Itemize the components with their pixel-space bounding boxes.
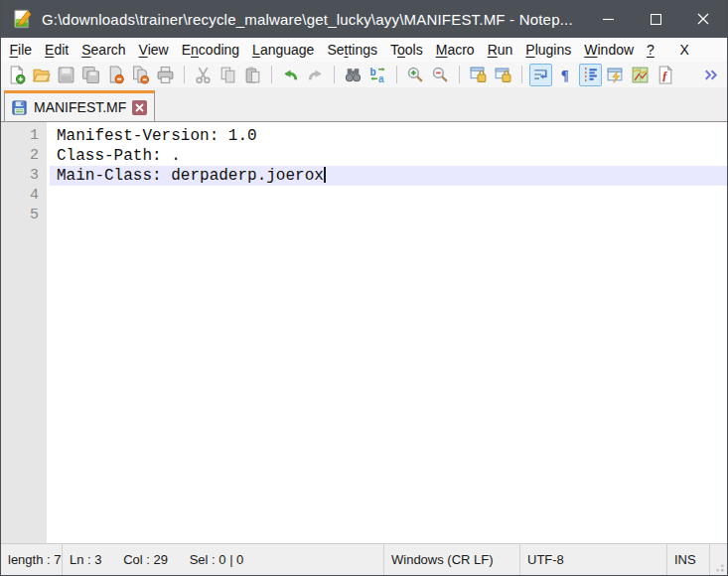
word-wrap-icon [531, 66, 550, 84]
code-line-1[interactable]: Manifest-Version: 1.0 [50, 126, 727, 146]
line-number: 5 [1, 206, 47, 225]
toolbar-separator [184, 66, 185, 83]
copy-button[interactable] [217, 64, 239, 86]
close-file-icon [106, 66, 125, 84]
line-number: 4 [1, 186, 47, 206]
status-insert-mode[interactable]: INS [667, 544, 710, 575]
document-map-icon [631, 66, 650, 84]
menubar-close-button[interactable]: X [673, 40, 694, 60]
status-cursor-position: Ln : 3 Col : 29 Sel : 0 | 0 [63, 544, 384, 575]
word-wrap-button[interactable] [529, 64, 552, 86]
tab-close-icon [135, 103, 144, 112]
text-caret [324, 167, 326, 183]
close-all-icon [131, 66, 150, 84]
menu-item-edit[interactable]: Edit [39, 40, 75, 60]
open-file-icon [32, 66, 51, 84]
close-file-button[interactable] [104, 64, 127, 86]
menu-item-tools[interactable]: Tools [384, 40, 430, 60]
save-button[interactable] [55, 64, 77, 86]
status-doc-length: length : 7 [1, 544, 63, 575]
window-title: G:\downloads\trainer\recycle_malware\get… [42, 11, 573, 28]
line-number: 2 [1, 146, 47, 166]
notepadpp-logo-icon [11, 8, 33, 30]
menu-item-view[interactable]: View [132, 40, 175, 60]
menu-item-search[interactable]: Search [75, 40, 132, 60]
find-icon [344, 66, 363, 84]
redo-button[interactable] [304, 64, 327, 86]
toolbar: ba¶ƒ [1, 62, 727, 87]
notepadpp-window: G:\downloads\trainer\recycle_malware\get… [0, 0, 728, 576]
save-all-button[interactable] [79, 64, 102, 86]
toolbar-separator [396, 66, 397, 83]
cut-icon [194, 66, 213, 84]
menu-item-help[interactable]: ? [641, 40, 661, 60]
close-all-button[interactable] [129, 64, 152, 86]
function-list-button[interactable]: ƒ [654, 64, 676, 86]
show-all-characters-button[interactable]: ¶ [554, 64, 577, 86]
new-file-icon [7, 66, 26, 84]
overflow-chevron-button[interactable] [699, 64, 722, 86]
code-line-4[interactable] [50, 186, 727, 206]
window-controls [584, 0, 727, 38]
status-eol-format[interactable]: Windows (CR LF) [384, 544, 520, 575]
redo-icon [306, 66, 325, 84]
sync-scroll-horizontal-button[interactable] [492, 64, 514, 86]
replace-button[interactable]: ba [366, 64, 389, 86]
tab-manifest-mf[interactable]: MANIFEST.MF [4, 90, 155, 121]
menu-item-run[interactable]: Run [481, 40, 519, 60]
new-file-button[interactable] [5, 64, 28, 86]
undo-icon [281, 66, 300, 84]
zoom-out-icon [431, 66, 450, 84]
editor-area[interactable]: 12345 Manifest-Version: 1.0Class-Path: .… [1, 121, 727, 543]
menu-item-language[interactable]: Language [246, 40, 321, 60]
code-line-3[interactable]: Main-Class: derpaderp.joerox [50, 166, 727, 186]
svg-text:ƒ: ƒ [661, 69, 667, 82]
code-line-2[interactable]: Class-Path: . [50, 146, 727, 166]
menu-item-window[interactable]: Window [578, 40, 641, 60]
find-button[interactable] [342, 64, 364, 86]
indent-guide-button[interactable] [579, 64, 602, 86]
menu-item-macro[interactable]: Macro [429, 40, 481, 60]
function-list-icon: ƒ [655, 66, 674, 84]
monitoring-icon [606, 66, 625, 84]
svg-text:b: b [370, 66, 376, 76]
replace-icon: ba [368, 66, 387, 84]
menu-item-plugins[interactable]: Plugins [519, 40, 578, 60]
resize-grip[interactable] [710, 544, 727, 575]
toolbar-separator [334, 66, 335, 83]
tab-bar: MANIFEST.MF [1, 87, 727, 121]
tab-label: MANIFEST.MF [34, 99, 126, 115]
maximize-icon [651, 14, 661, 25]
minimize-button[interactable] [584, 0, 632, 38]
menu-item-encoding[interactable]: Encoding [175, 40, 245, 60]
paste-button[interactable] [241, 64, 264, 86]
code-line-5[interactable] [50, 206, 727, 225]
cut-button[interactable] [192, 64, 215, 86]
close-window-button[interactable] [679, 0, 727, 38]
tab-close-button[interactable] [132, 100, 147, 115]
code-text: Main-Class: derpaderp.joerox [57, 167, 324, 185]
show-all-characters-icon: ¶ [556, 66, 575, 84]
code-text: Class-Path: . [57, 147, 181, 165]
maximize-button[interactable] [632, 0, 679, 38]
code-text: Manifest-Version: 1.0 [57, 127, 257, 145]
menu-item-settings[interactable]: Settings [321, 40, 384, 60]
menu-bar: FileEditSearchViewEncodingLanguageSettin… [1, 38, 727, 62]
text-area[interactable]: Manifest-Version: 1.0Class-Path: .Main-C… [50, 122, 727, 543]
overflow-chevron-icon [701, 66, 720, 84]
document-map-button[interactable] [629, 64, 652, 86]
svg-text:¶: ¶ [561, 67, 569, 82]
sync-scroll-vertical-button[interactable] [467, 64, 490, 86]
zoom-out-button[interactable] [429, 64, 452, 86]
open-file-button[interactable] [30, 64, 53, 86]
zoom-in-icon [406, 66, 425, 84]
status-encoding[interactable]: UTF-8 [520, 544, 667, 575]
status-bar: length : 7Ln : 3 Col : 29 Sel : 0 | 0Win… [1, 543, 727, 575]
monitoring-button[interactable] [604, 64, 627, 86]
undo-button[interactable] [279, 64, 302, 86]
print-button[interactable] [154, 64, 177, 86]
minimize-icon [603, 14, 614, 25]
zoom-in-button[interactable] [404, 64, 427, 86]
line-number-gutter: 12345 [1, 122, 50, 543]
menu-item-file[interactable]: File [3, 40, 39, 60]
